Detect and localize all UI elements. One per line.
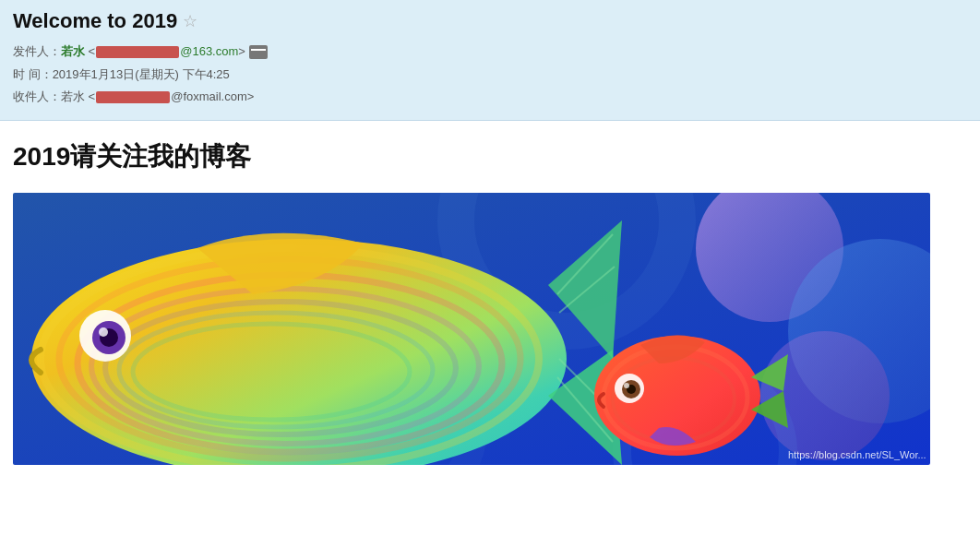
time-label: 时 间： xyxy=(13,67,53,81)
email-header: Welcome to 2019 ☆ 发件人：若水 <@163.com> 时 间：… xyxy=(0,0,980,121)
time-row: 时 间：2019年1月13日(星期天) 下午4:25 xyxy=(13,64,967,87)
star-icon[interactable]: ☆ xyxy=(183,11,197,31)
email-image: https://blog.csdn.net/SL_Wor... xyxy=(13,193,930,465)
body-heading: 2019请关注我的博客 xyxy=(13,139,967,174)
subject-text: Welcome to 2019 xyxy=(13,9,177,33)
to-label: 收件人： xyxy=(13,89,61,103)
svg-point-29 xyxy=(624,383,629,388)
from-row: 发件人：若水 <@163.com> xyxy=(13,41,967,64)
email-subject: Welcome to 2019 ☆ xyxy=(13,9,967,33)
svg-text:https://blog.csdn.net/SL_Wor..: https://blog.csdn.net/SL_Wor... xyxy=(788,449,926,460)
time-value: 2019年1月13日(星期天) 下午4:25 xyxy=(53,67,230,81)
recipient-email-redacted xyxy=(96,91,170,103)
contact-card-icon[interactable] xyxy=(249,45,268,59)
email-meta: 发件人：若水 <@163.com> 时 间：2019年1月13日(星期天) 下午… xyxy=(13,41,967,109)
sender-email-redacted xyxy=(96,46,179,58)
svg-point-22 xyxy=(99,327,108,337)
recipient-domain: @foxmail.com xyxy=(171,89,247,103)
sender-domain: @163.com xyxy=(180,44,238,58)
fish-illustration: https://blog.csdn.net/SL_Wor... xyxy=(13,193,930,465)
sender-name: 若水 xyxy=(61,44,85,58)
recipient-name: 若水 xyxy=(61,89,85,103)
from-label: 发件人： xyxy=(13,44,61,58)
email-body: 2019请关注我的博客 xyxy=(0,121,980,483)
to-row: 收件人：若水 <@foxmail.com> xyxy=(13,86,967,109)
